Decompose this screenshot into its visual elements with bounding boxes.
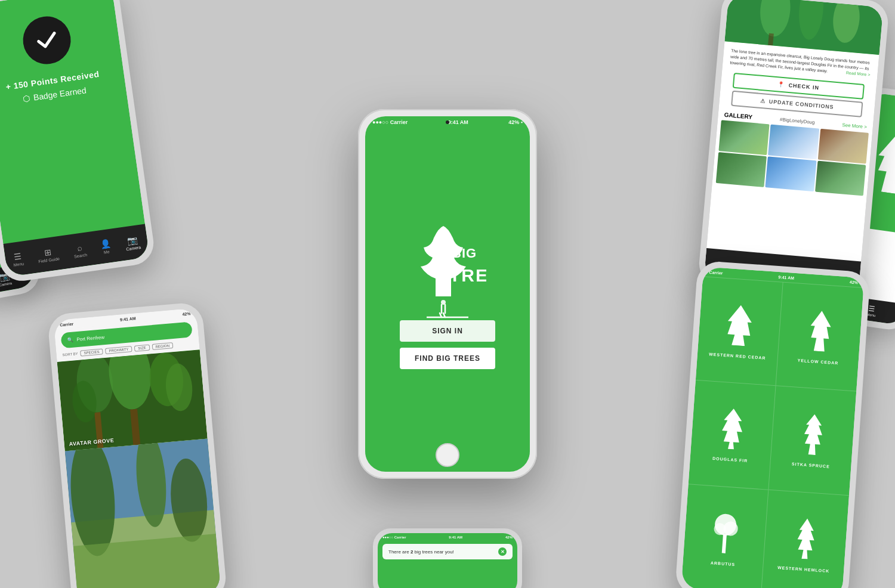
svg-marker-26 [803, 414, 823, 456]
nav-camera[interactable]: 📷 Camera [124, 234, 141, 251]
species-douglas-fir[interactable]: DOUGLAS FIR [689, 380, 776, 490]
nav-search[interactable]: ⌕ Search [72, 242, 87, 258]
svg-marker-31 [796, 518, 816, 559]
main-status-bar: ●●●○○ Carrier 9:41 AM 42% ▪ [365, 116, 530, 128]
notification-pre: There are [388, 549, 411, 555]
find-trees-button[interactable]: FIND BIG TREES [400, 348, 495, 369]
front-camera [446, 120, 449, 124]
phone-search: Carrier 9:41 AM 42% 🔍 Port Renfrew SORT … [47, 302, 228, 588]
badge-earned-text: ⬡ Badge Earned [22, 85, 87, 104]
sort-label: SORT BY [62, 352, 78, 357]
sign-in-button[interactable]: SIGN IN [400, 320, 495, 342]
search-bar-icon: 🔍 [67, 337, 73, 343]
gallery-image-1 [718, 120, 770, 156]
western-red-cedar-icon [723, 303, 756, 350]
check-icon [32, 26, 62, 55]
filter-size[interactable]: SIZE [134, 345, 150, 352]
species-western-red-cedar[interactable]: WESTERN RED CEDAR [696, 277, 783, 386]
center-main-phone: ●●●○○ Carrier 9:41 AM 42% ▪ BIG TREE [358, 109, 537, 479]
big-lonely-doug-image: BIG LONELY DOUG [65, 439, 221, 588]
nav-menu-label: Menu [13, 261, 24, 267]
svg-marker-25 [721, 408, 744, 450]
close-button[interactable]: ✕ [498, 547, 507, 556]
location-icon: 📍 [777, 82, 785, 88]
nav-camera-label: Camera [126, 245, 141, 250]
search-icon: ⌕ [76, 242, 82, 252]
sitka-spruce-label: SITKA SPRUCE [792, 462, 830, 469]
nav-field-guide[interactable]: ⊞ Field Guide [36, 246, 60, 264]
svg-text:BIG: BIG [452, 246, 477, 261]
nav-field-guide-label: Field Guide [38, 256, 60, 264]
gallery-image-4 [716, 152, 767, 187]
sitka-spruce-icon [797, 413, 829, 460]
nav-me[interactable]: 👤 Me [100, 239, 112, 255]
svg-marker-24 [808, 310, 832, 352]
filter-region[interactable]: REGION [152, 342, 173, 350]
phone-gallery: The lone tree in an expansive clearcut, … [698, 0, 890, 299]
badge-status-bar: 42% ●●● [0, 0, 113, 15]
douglas-fir-icon [716, 407, 749, 454]
notification-text: There are 2 big trees near you! [388, 549, 454, 555]
gallery-image-2 [768, 125, 819, 160]
species-time: 9:41 AM [778, 275, 794, 280]
nav-menu[interactable]: ☰ Menu [12, 250, 24, 267]
app-logo-area: BIG TREE SIGN IN FIND BIG TREES [400, 140, 495, 472]
main-battery: 42% ▪ [508, 119, 523, 125]
badge-nav-bar: ☰ Menu ⊞ Field Guide ⌕ Search 👤 Me 📷 [3, 224, 149, 277]
species-arbutus[interactable]: ARBUTUS [681, 484, 769, 588]
western-hemlock-icon [789, 516, 822, 563]
filter-proximity[interactable]: PROXIMITY [105, 346, 132, 354]
douglas-fir-label: DOUGLAS FIR [712, 457, 748, 463]
species-western-hemlock[interactable]: WESTERN HEMLOCK [761, 490, 849, 588]
notification-popup: ●●●○○ Carrier 9:41 AM 42% There are 2 bi… [373, 528, 522, 588]
species-yellow-cedar[interactable]: YELLOW CEDAR [776, 283, 863, 392]
species-sitka-spruce[interactable]: SITKA SPRUCE [769, 386, 856, 496]
notification-post: big trees near you! [413, 549, 453, 555]
popup-carrier: ●●●○○ Carrier [382, 536, 406, 539]
home-button[interactable] [436, 443, 459, 467]
popup-time: 9:41 AM [449, 536, 462, 539]
species-grid: WESTERN RED CEDAR YELLOW CEDAR [681, 276, 863, 588]
phone-species: Carrier 9:41 AM 42% WESTERN RED CEDAR [675, 261, 871, 588]
field-guide-icon: ⊞ [44, 246, 52, 257]
gallery-image-3 [817, 129, 869, 164]
camera-icon: 📷 [126, 234, 138, 245]
search-status-carrier: Carrier [60, 321, 73, 327]
nav-search-label: Search [74, 252, 88, 258]
svg-marker-23 [726, 305, 753, 347]
read-more-link[interactable]: Read More > [846, 70, 871, 78]
menu-icon-far: ☰ [868, 304, 876, 312]
yellow-cedar-label: YELLOW CEDAR [797, 358, 838, 366]
species-battery: 42% [850, 280, 858, 284]
gallery-image-6 [815, 161, 866, 196]
western-hemlock-label: WESTERN HEMLOCK [777, 565, 830, 573]
me-icon: 👤 [100, 239, 111, 249]
main-time: 9:41 AM [448, 119, 468, 125]
svg-rect-28 [722, 534, 727, 553]
phone-badge: 42% ●●● + 150 Points Received ⬡ Badge Ea… [0, 0, 156, 284]
popup-status: ●●●○○ Carrier 9:41 AM 42% [378, 533, 517, 541]
see-more-link[interactable]: See More > [842, 122, 867, 130]
svg-text:TREE: TREE [449, 265, 486, 285]
species-carrier: Carrier [709, 270, 723, 275]
nearby-notification: There are 2 big trees near you! ✕ [382, 544, 513, 559]
arbutus-label: ARBUTUS [711, 561, 736, 567]
nav-me-label: Me [103, 249, 110, 254]
checkmark-circle [20, 13, 73, 67]
avatar-grove-image: AVATAR GROVE [57, 349, 208, 451]
filter-species[interactable]: SPECIES [80, 348, 103, 356]
gallery-hashtag: #BigLonelyDoug [780, 117, 815, 125]
search-status-time: 9:41 AM [120, 316, 136, 321]
search-bar-text: Port Renfrew [76, 335, 104, 342]
western-red-cedar-label: WESTERN RED CEDAR [709, 352, 766, 360]
search-status-battery: 42% [182, 311, 191, 316]
badge-icon: ⬡ [22, 93, 30, 104]
gallery-image-grid [712, 120, 872, 196]
popup-battery: 42% [505, 536, 513, 539]
main-carrier: ●●●○○ Carrier [372, 119, 408, 125]
menu-icon: ☰ [13, 251, 22, 262]
arbutus-icon [708, 510, 741, 558]
yellow-cedar-icon [804, 309, 837, 356]
big-tree-logo: BIG TREE [409, 225, 486, 320]
warning-icon: ⚠ [760, 98, 766, 104]
